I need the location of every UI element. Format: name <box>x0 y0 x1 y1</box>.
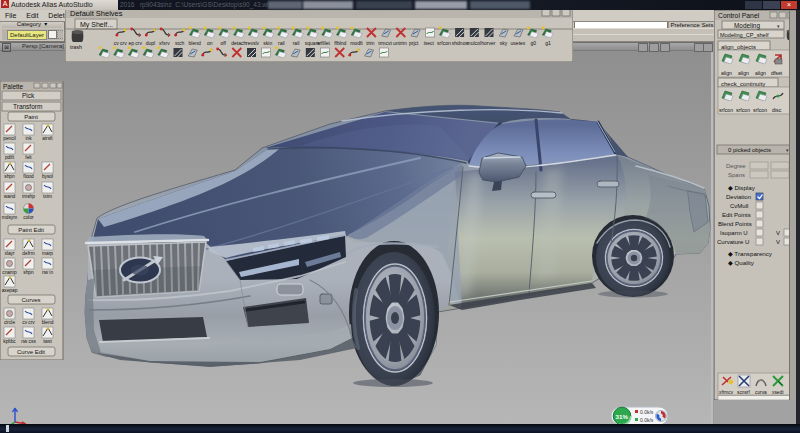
svg-text:cv crv: cv crv <box>114 40 128 46</box>
svg-text:txtm: txtm <box>43 194 52 199</box>
svg-text:rail: rail <box>293 40 300 46</box>
svg-text:twst: twst <box>43 339 52 344</box>
svg-text:felt: felt <box>25 155 32 160</box>
svg-text:trmcvt: trmcvt <box>378 40 392 46</box>
svg-text:align: align <box>721 70 732 76</box>
svg-text:modft: modft <box>350 40 363 46</box>
svg-text:Isoparm U: Isoparm U <box>720 230 748 236</box>
svg-text:pencil: pencil <box>3 136 16 141</box>
svg-text:align: align <box>755 70 766 76</box>
svg-text:CvMull: CvMull <box>730 203 748 209</box>
svg-text:marp: marp <box>42 251 53 256</box>
svg-text:stch: stch <box>175 40 184 46</box>
svg-text:◆ Quality: ◆ Quality <box>728 259 755 266</box>
svg-text:ep crv: ep crv <box>128 40 142 46</box>
svg-text:◆ Display: ◆ Display <box>728 184 756 191</box>
svg-text:airsft: airsft <box>42 136 53 141</box>
svg-text:isect: isect <box>424 40 435 46</box>
svg-text:Default Shelves: Default Shelves <box>70 9 123 18</box>
svg-text:pdift: pdift <box>5 155 15 160</box>
svg-text:V: V <box>776 230 780 236</box>
svg-text:V: V <box>776 239 780 245</box>
svg-text:xfsrv: xfsrv <box>159 40 170 46</box>
svg-text:g1: g1 <box>545 40 551 46</box>
svg-text:align: align <box>738 70 749 76</box>
svg-text:trim: trim <box>366 40 374 46</box>
svg-text:Transform: Transform <box>13 103 42 110</box>
svg-text:prjct: prjct <box>409 40 419 46</box>
svg-text:Modeling: Modeling <box>734 22 760 30</box>
svg-text:revslv: revslv <box>246 40 260 46</box>
svg-text:shpn: shpn <box>4 174 15 179</box>
svg-text:Control Panel: Control Panel <box>718 12 760 19</box>
svg-text:Paint Edit: Paint Edit <box>18 227 44 233</box>
svg-text:on: on <box>207 40 213 46</box>
svg-text:untrim: untrim <box>393 40 407 46</box>
svg-text:ink: ink <box>25 136 32 141</box>
svg-text:srfcon: srfcon <box>437 40 451 46</box>
svg-text:0.0k/s: 0.0k/s <box>640 417 654 423</box>
svg-text:scnsrf: scnsrf <box>737 390 750 395</box>
svg-text:mulcol: mulcol <box>467 40 481 46</box>
svg-text:imshp: imshp <box>22 194 35 199</box>
svg-text:Degree: Degree <box>726 163 746 169</box>
svg-text:xlayr: xlayr <box>4 251 15 256</box>
svg-text:defrm: defrm <box>22 251 34 256</box>
svg-text:bysol: bysol <box>42 174 53 179</box>
svg-text:Curves: Curves <box>21 297 40 303</box>
svg-text:check_continuity: check_continuity <box>721 81 765 87</box>
svg-text:Curve Edit: Curve Edit <box>17 349 45 355</box>
svg-text:horver: horver <box>481 40 496 46</box>
svg-text:Spans: Spans <box>728 172 745 178</box>
svg-text:blend: blend <box>42 320 54 325</box>
svg-text:blend: blend <box>189 40 201 46</box>
svg-text:align_objects: align_objects <box>721 44 756 50</box>
svg-text:srfillet: srfillet <box>317 40 331 46</box>
svg-text:cnamp: cnamp <box>2 270 17 275</box>
svg-text:rail: rail <box>278 40 285 46</box>
svg-text:shpn: shpn <box>23 270 34 275</box>
svg-text:flood: flood <box>23 174 34 179</box>
svg-text:Curvature U: Curvature U <box>717 239 749 245</box>
svg-text:0.0k/s: 0.0k/s <box>640 409 654 415</box>
svg-text:detach: detach <box>231 40 246 46</box>
svg-text:Modeling_CP_shelf: Modeling_CP_shelf <box>720 32 769 38</box>
svg-text:xsedt: xsedt <box>772 390 784 395</box>
svg-text:nw in: nw in <box>42 270 54 275</box>
svg-text:g0: g0 <box>531 40 537 46</box>
svg-text:Deviation: Deviation <box>726 194 751 200</box>
svg-text:srfcon: srfcon <box>736 107 750 113</box>
svg-text:ffblnd: ffblnd <box>334 40 346 46</box>
svg-text:Edit Points: Edit Points <box>722 212 751 218</box>
svg-text:trash: trash <box>70 44 82 50</box>
svg-text:srfcon: srfcon <box>753 107 767 113</box>
svg-text:nw css: nw css <box>21 339 36 344</box>
svg-text:srfcon: srfcon <box>719 107 733 113</box>
svg-text:0 picked objects: 0 picked objects <box>728 147 771 153</box>
svg-text:off: off <box>221 40 227 46</box>
svg-text:cv crv: cv crv <box>22 320 35 325</box>
svg-text:dupl: dupl <box>146 40 155 46</box>
svg-text:Paint: Paint <box>24 114 38 120</box>
svg-text:wand: wand <box>4 194 16 199</box>
svg-text:axepap: axepap <box>2 288 18 293</box>
svg-text:skin: skin <box>263 40 272 46</box>
svg-text:sky: sky <box>500 40 508 46</box>
svg-text:Palette: Palette <box>3 83 24 90</box>
svg-text:◆ Transparency: ◆ Transparency <box>728 250 773 257</box>
svg-text:xfrmcv: xfrmcv <box>719 390 734 395</box>
svg-text:color: color <box>23 215 34 220</box>
svg-text:Pick: Pick <box>22 92 35 99</box>
svg-text:Blend Points: Blend Points <box>718 221 752 227</box>
svg-text:curva: curva <box>755 390 767 395</box>
svg-text:usetex: usetex <box>511 40 526 46</box>
svg-text:dfset: dfset <box>771 70 783 76</box>
svg-text:kpltbc: kpltbc <box>3 339 16 344</box>
svg-text:mdsym: mdsym <box>2 215 17 220</box>
svg-text:My Shelf...: My Shelf... <box>80 21 113 29</box>
svg-text:31%: 31% <box>616 413 629 420</box>
svg-text:disc: disc <box>772 107 782 113</box>
svg-text:circle: circle <box>4 320 16 325</box>
